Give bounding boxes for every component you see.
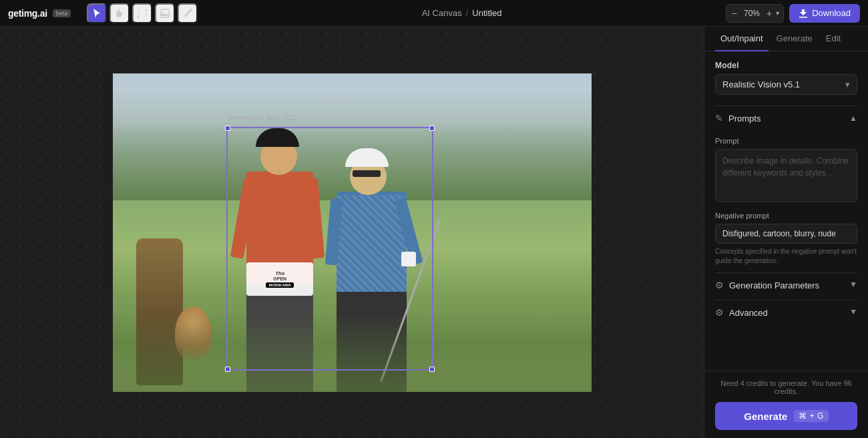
refresh-tool-button[interactable] (132, 3, 152, 23)
download-button[interactable]: Download (789, 4, 860, 23)
breadcrumb-separator: / (466, 8, 469, 18)
sidebar: Out/Inpaint Generate Edit Model Realisti… (704, 27, 868, 438)
generate-shortcut: ⌘ + G (794, 410, 829, 422)
select-tool-button[interactable] (87, 3, 107, 23)
svg-rect-0 (161, 9, 169, 17)
advanced-section-header[interactable]: ⚙ Advanced ▲ (715, 300, 857, 324)
sidebar-tabs: Out/Inpaint Generate Edit (704, 27, 868, 51)
negative-prompt-label: Negative prompt (715, 212, 857, 220)
zoom-dropdown-button[interactable]: ▾ (776, 9, 779, 17)
model-label: Model (715, 61, 857, 70)
prompts-section-header[interactable]: ✎ Prompts ▲ (715, 105, 857, 130)
caddie-dog (175, 306, 212, 360)
generation-params-chevron-icon: ▲ (849, 280, 857, 290)
breadcrumb: AI Canvas / Untitled (422, 8, 502, 18)
generation-params-label: Generation Parameters (729, 280, 819, 290)
app-header: getimg.ai beta (0, 0, 868, 27)
prompts-section-label: Prompts (728, 114, 761, 124)
header-right: − 70% + ▾ Download (726, 4, 860, 23)
vest-bib: The OPEN MORIKAWA (246, 262, 313, 296)
golfer-figure (328, 152, 415, 392)
canvas-image-container: The OPEN MORIKAWA Generation Size: 512 (113, 73, 592, 392)
prompt-section: Prompt Negative prompt Concepts specifie… (715, 133, 857, 270)
zoom-in-button[interactable]: + (765, 9, 773, 18)
logo: getimg.ai (8, 8, 47, 19)
model-chevron-icon: ▾ (845, 79, 850, 89)
model-section: Model Realistic Vision v5.1 ▾ (715, 61, 857, 103)
credits-text: Need 4 credits to generate. You have 96 … (715, 379, 857, 395)
breadcrumb-file: Untitled (472, 8, 501, 18)
model-selected-value: Realistic Vision v5.1 (722, 79, 800, 89)
advanced-label: Advanced (729, 308, 768, 318)
prompt-textarea[interactable] (715, 149, 857, 202)
download-icon (799, 9, 808, 18)
tab-edit[interactable]: Edit (821, 27, 846, 51)
advanced-icon: ⚙ (715, 307, 724, 318)
beta-badge: beta (53, 9, 71, 17)
tab-generate[interactable]: Generate (771, 27, 818, 51)
toolbar (87, 3, 198, 23)
canvas-area[interactable]: The OPEN MORIKAWA Generation Size: 512 (0, 27, 704, 438)
hand-tool-button[interactable] (110, 3, 130, 23)
generate-button[interactable]: Generate ⌘ + G (715, 402, 857, 430)
zoom-control: − 70% + ▾ (726, 4, 784, 23)
prompt-label: Prompt (715, 137, 857, 145)
sidebar-content: Model Realistic Vision v5.1 ▾ ✎ Prompts … (704, 51, 868, 371)
main-content: The OPEN MORIKAWA Generation Size: 512 O… (0, 27, 868, 438)
brush-tool-button[interactable] (178, 3, 198, 23)
negative-prompt-input[interactable] (715, 224, 857, 244)
download-label: Download (812, 8, 851, 18)
zoom-value: 70% (741, 9, 763, 18)
sidebar-footer: Need 4 credits to generate. You have 96 … (704, 371, 868, 438)
negative-prompt-hint: Concepts specified in the negative promp… (715, 247, 857, 266)
image-tool-button[interactable] (155, 3, 175, 23)
caddie-bag (136, 238, 183, 385)
prompts-chevron-icon: ▲ (849, 114, 857, 123)
advanced-chevron-icon: ▲ (849, 308, 857, 317)
generation-params-header[interactable]: ⚙ Generation Parameters ▲ (715, 272, 857, 297)
generate-label: Generate (744, 411, 787, 422)
header-left: getimg.ai beta (8, 3, 198, 23)
breadcrumb-canvas: AI Canvas (422, 8, 462, 18)
canvas-image: The OPEN MORIKAWA (113, 73, 592, 392)
sliders-icon: ⚙ (715, 280, 724, 290)
pencil-icon: ✎ (715, 113, 723, 124)
model-select[interactable]: Realistic Vision v5.1 ▾ (715, 74, 857, 95)
zoom-out-button[interactable]: − (730, 9, 738, 18)
tab-outinpaint[interactable]: Out/Inpaint (715, 27, 769, 51)
